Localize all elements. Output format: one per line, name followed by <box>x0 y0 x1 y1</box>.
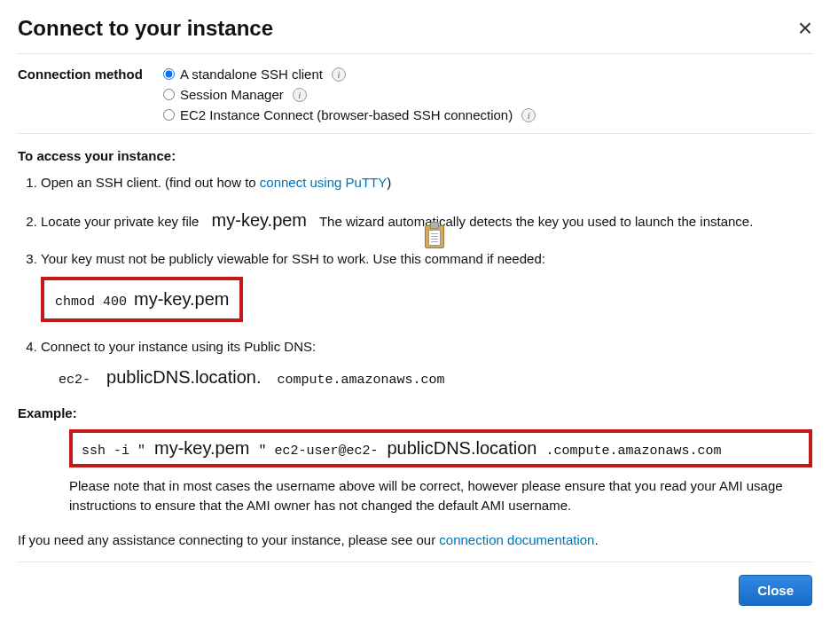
ssh-key-filename: my-key.pem <box>154 438 249 459</box>
info-icon[interactable]: i <box>521 108 536 122</box>
instruction-step-4: Connect to your instance using its Publi… <box>41 336 812 391</box>
close-button[interactable]: Close <box>739 575 812 606</box>
instruction-step-3: Your key must not be publicly viewable f… <box>41 248 812 321</box>
radio-session-manager[interactable]: Session Manager i <box>163 87 536 102</box>
dialog-footer: Close <box>18 562 812 606</box>
chmod-key-filename: my-key.pem <box>134 286 229 313</box>
radio-ec2-instance-connect-input[interactable] <box>163 109 175 121</box>
connection-method-radio-group: A standalone SSH client i Session Manage… <box>163 67 536 122</box>
dialog-title: Connect to your instance <box>18 16 273 41</box>
access-instructions-heading: To access your instance: <box>18 148 812 163</box>
username-note: Please note that in most cases the usern… <box>69 476 812 516</box>
radio-session-manager-input[interactable] <box>163 89 175 100</box>
ssh-example-box: ssh -i " my-key.pem " ec2-user@ec2- publ… <box>69 429 812 467</box>
public-dns-line: ec2- publicDNS.location. compute.amazona… <box>59 364 812 391</box>
connection-docs-link[interactable]: connection documentation <box>439 532 594 547</box>
radio-label: EC2 Instance Connect (browser-based SSH … <box>180 107 513 122</box>
radio-standalone-ssh[interactable]: A standalone SSH client i <box>163 67 536 82</box>
connection-method-label: Connection method <box>18 67 163 82</box>
radio-label: Session Manager <box>180 87 284 102</box>
ssh-public-dns: publicDNS.location <box>387 438 536 459</box>
radio-standalone-ssh-input[interactable] <box>163 68 175 80</box>
radio-label: A standalone SSH client <box>180 67 323 82</box>
putty-link[interactable]: connect using PuTTY <box>260 175 387 190</box>
chmod-command: chmod 400 <box>55 292 127 312</box>
dialog-header: Connect to your instance × <box>18 16 812 54</box>
example-heading: Example: <box>18 405 812 420</box>
info-icon[interactable]: i <box>332 67 346 82</box>
private-key-filename: my-key.pem <box>203 210 316 230</box>
connect-instance-dialog: Connect to your instance × Connection me… <box>0 0 830 624</box>
instruction-step-1: Open an SSH client. (find out how to con… <box>41 172 812 192</box>
connection-method-row: Connection method A standalone SSH clien… <box>18 54 812 134</box>
clipboard-icon[interactable] <box>422 222 447 250</box>
instructions-list: Open an SSH client. (find out how to con… <box>37 172 812 391</box>
close-icon[interactable]: × <box>798 16 812 41</box>
radio-ec2-instance-connect[interactable]: EC2 Instance Connect (browser-based SSH … <box>163 107 536 122</box>
chmod-command-box: chmod 400 my-key.pem <box>41 277 243 322</box>
footer-assistance-note: If you need any assistance connecting to… <box>18 532 812 562</box>
info-icon[interactable]: i <box>293 88 307 102</box>
